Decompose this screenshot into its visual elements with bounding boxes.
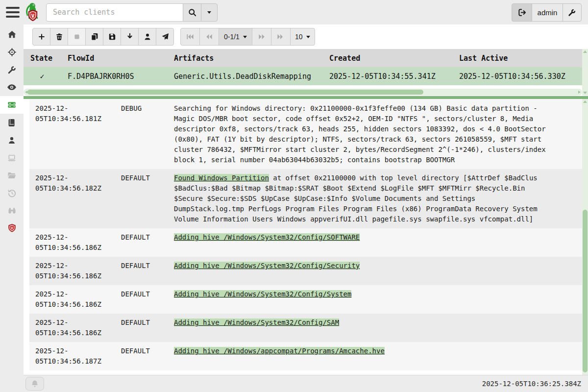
log-row[interactable]: 2025-12-05T10:34:56.181Z DEBUG Searching… xyxy=(29,99,582,169)
velociraptor-logo[interactable]: V xyxy=(25,2,41,23)
sidebar-item-notebooks[interactable] xyxy=(0,114,24,131)
flow-created-cell: 2025-12-05T10:34:55.341Z xyxy=(329,72,459,81)
page-size-label: 10 xyxy=(295,33,303,41)
download-icon xyxy=(126,33,134,41)
sidebar-item-server-artifacts[interactable] xyxy=(0,96,24,114)
page-range-dropdown[interactable]: 0-1/1 xyxy=(219,28,252,46)
page-size-dropdown[interactable]: 10 xyxy=(290,28,315,46)
log-vertical-scrollbar[interactable] xyxy=(582,99,588,375)
copy-icon xyxy=(91,33,98,41)
hamburger-menu-icon[interactable] xyxy=(6,7,20,18)
svg-text:V: V xyxy=(11,226,13,230)
scroll-down-arrow-icon[interactable] xyxy=(583,92,587,94)
log-timestamp: 2025-12-05T10:34:56.181Z xyxy=(35,103,121,165)
flow-table: State FlowId Artifacts Created Last Acti… xyxy=(24,49,582,85)
log-row[interactable]: 2025-12-05T10:34:56.187Z DEFAULT Adding … xyxy=(29,342,582,370)
previous-page-icon xyxy=(205,33,213,41)
column-header-created[interactable]: Created xyxy=(329,54,459,63)
log-message: Searching for Windows directory: 0x21100… xyxy=(174,103,549,165)
status-bar: 2025-12-05T10:36:25.384Z xyxy=(24,375,588,392)
scroll-right-arrow-icon[interactable] xyxy=(578,91,581,94)
column-header-artifacts[interactable]: Artifacts xyxy=(174,54,329,63)
log-timestamp: 2025-12-05T10:34:56.186Z xyxy=(35,261,121,281)
flow-table-row[interactable]: ✓ F.D4PBAJRK0RH0S Generic.Utils.DeadDisk… xyxy=(24,67,582,85)
scroll-up-arrow-icon[interactable] xyxy=(583,100,587,103)
velociraptor-logo-icon: V xyxy=(25,2,41,23)
user-settings-button[interactable] xyxy=(563,3,582,22)
flow-artifacts-cell: Generic.Utils.DeadDiskRemapping xyxy=(174,72,329,81)
log-timestamp: 2025-12-05T10:34:56.186Z xyxy=(35,289,121,310)
server-time-label: 2025-12-05T10:36:25.384Z xyxy=(482,380,581,388)
column-header-flowid[interactable]: FlowId xyxy=(68,54,174,63)
caret-down-icon xyxy=(207,11,211,14)
next-page-icon xyxy=(258,33,266,41)
scroll-up-arrow-icon[interactable] xyxy=(583,50,587,53)
svg-text:V: V xyxy=(31,13,35,19)
pane-resize-divider[interactable] xyxy=(22,96,588,99)
log-level: DEFAULT xyxy=(121,346,174,367)
sidebar-item-artifacts[interactable] xyxy=(0,61,24,78)
sidebar-item-vfs[interactable] xyxy=(0,167,24,184)
column-header-last-active[interactable]: Last Active xyxy=(459,54,582,63)
first-page-button xyxy=(180,28,200,46)
log-level: DEFAULT xyxy=(121,232,174,253)
new-collection-button[interactable] xyxy=(32,28,50,46)
log-row[interactable]: 2025-12-05T10:34:56.186Z DEFAULT Adding … xyxy=(29,228,582,257)
log-timestamp: 2025-12-05T10:34:56.186Z xyxy=(35,318,121,338)
user-icon xyxy=(144,33,151,41)
flow-table-body: ✓ F.D4PBAJRK0RH0S Generic.Utils.DeadDisk… xyxy=(24,67,582,85)
sidebar-item-server-events[interactable] xyxy=(0,78,24,96)
send-button[interactable] xyxy=(156,28,174,46)
previous-page-button xyxy=(199,28,219,46)
log-row[interactable]: 2025-12-05T10:34:56.186Z DEFAULT Adding … xyxy=(29,257,582,285)
log-row[interactable]: 2025-12-05T10:34:56.182Z DEFAULT Found W… xyxy=(29,169,582,228)
bell-icon xyxy=(31,380,39,388)
log-message: Adding hive /Windows/System32/Config/SAM xyxy=(174,318,549,338)
horizontal-scrollbar-thumb[interactable] xyxy=(27,90,423,95)
assign-user-button[interactable] xyxy=(138,28,156,46)
search-button[interactable] xyxy=(183,3,201,22)
logout-button[interactable] xyxy=(512,3,532,22)
main-content: 0-1/1 10 State FlowId Artifacts Created … xyxy=(24,24,588,375)
table-vertical-scrollbar[interactable] xyxy=(582,49,588,96)
laptop-icon xyxy=(7,153,17,163)
caret-down-icon xyxy=(306,36,310,38)
history-icon xyxy=(7,189,17,198)
flow-last-active-cell: 2025-12-05T10:34:56.330Z xyxy=(459,72,582,81)
username-label: admin xyxy=(538,8,558,17)
column-header-state[interactable]: State xyxy=(24,54,68,63)
search-options-dropdown[interactable] xyxy=(201,3,218,22)
sidebar: V xyxy=(0,24,24,392)
page-range-label: 0-1/1 xyxy=(224,33,240,41)
flow-toolbar: 0-1/1 10 xyxy=(32,28,315,46)
delete-button[interactable] xyxy=(50,28,68,46)
download-button[interactable] xyxy=(121,28,139,46)
sidebar-item-home[interactable] xyxy=(0,25,24,43)
sidebar-item-users[interactable] xyxy=(0,131,24,149)
crosshairs-icon xyxy=(7,48,17,57)
notifications-button[interactable] xyxy=(25,377,44,391)
flow-state-cell: ✓ xyxy=(24,72,68,81)
search-clients-input[interactable] xyxy=(46,3,183,22)
last-page-button xyxy=(271,28,291,46)
sidebar-item-host-info[interactable] xyxy=(0,149,24,167)
log-row[interactable]: 2025-12-05T10:34:56.186Z DEFAULT Adding … xyxy=(29,314,582,342)
log-message: Adding hive /Windows/System32/Config/Sec… xyxy=(174,261,549,281)
sidebar-item-client-events[interactable] xyxy=(0,202,24,220)
copy-button[interactable] xyxy=(85,28,103,46)
stop-button xyxy=(68,28,86,46)
log-timestamp: 2025-12-05T10:34:56.187Z xyxy=(35,346,121,367)
user-icon xyxy=(7,136,16,145)
horizontal-scrollbar[interactable] xyxy=(24,89,582,96)
log-scrollbar-thumb[interactable] xyxy=(583,210,588,372)
sidebar-item-hunts[interactable] xyxy=(0,43,24,61)
wrench-icon xyxy=(7,65,17,74)
sidebar-item-velociraptor[interactable]: V xyxy=(0,220,24,237)
log-message: Adding hive /Windows/appcompat/Programs/… xyxy=(174,346,549,367)
sidebar-item-collected[interactable] xyxy=(0,184,24,202)
last-page-icon xyxy=(277,33,285,41)
log-level: DEFAULT xyxy=(121,261,174,281)
log-row[interactable]: 2025-12-05T10:34:56.186Z DEFAULT Adding … xyxy=(29,285,582,314)
current-user-button[interactable]: admin xyxy=(532,3,563,22)
save-button[interactable] xyxy=(103,28,121,46)
